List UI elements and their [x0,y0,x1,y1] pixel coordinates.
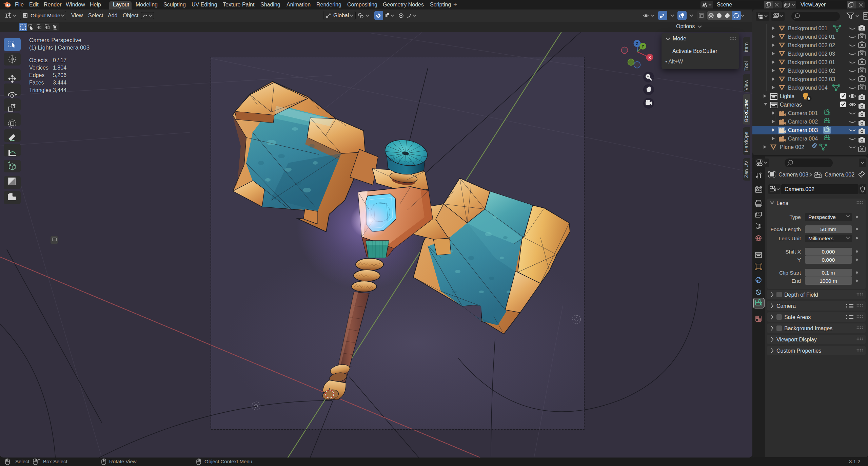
svg-text:Y: Y [642,44,644,49]
svg-text:0.000: 0.000 [822,257,835,263]
svg-text:Plane 002: Plane 002 [780,144,804,150]
svg-text:Camera 002: Camera 002 [788,119,818,125]
svg-text:50 mm: 50 mm [820,226,836,232]
svg-text:Depth of Field: Depth of Field [784,292,818,298]
svg-text:Z: Z [636,41,638,46]
svg-text:Y: Y [797,257,801,263]
svg-text:Shift X: Shift X [785,249,801,255]
svg-text:Camera 003: Camera 003 [778,172,808,178]
svg-text:Lens: Lens [776,200,788,206]
svg-text:0.1 m: 0.1 m [822,270,835,276]
svg-text:Custom Properties: Custom Properties [776,348,822,354]
svg-text:View: View [743,80,749,91]
svg-text:Focal Length: Focal Length [770,226,801,232]
svg-text:Type: Type [789,214,801,220]
svg-text:End: End [791,278,801,284]
svg-text:Camera 004: Camera 004 [788,136,818,142]
svg-text:Camera 001: Camera 001 [788,110,818,116]
svg-text:Camera 003: Camera 003 [788,127,818,133]
svg-text:Background 002 02: Background 002 02 [788,42,835,48]
svg-text:Camera.002: Camera.002 [785,186,814,192]
svg-text:5: 5 [808,96,810,101]
svg-text:Viewport Display: Viewport Display [776,337,817,342]
svg-text:Lights: Lights [780,93,794,99]
svg-text:Perspective: Perspective [808,214,836,220]
svg-text:Safe Areas: Safe Areas [784,314,811,320]
svg-text:Background 003 02: Background 003 02 [788,68,835,74]
svg-text:Cameras: Cameras [780,102,802,108]
svg-text:Item: Item [743,42,749,52]
svg-text:HardOps: HardOps [743,132,749,152]
svg-text:Clip Start: Clip Start [779,270,801,276]
svg-text:Tool: Tool [743,61,749,71]
svg-text:Lens Unit: Lens Unit [779,236,801,241]
svg-text:Camera: Camera [776,303,796,309]
svg-text:Background 002 01: Background 002 01 [788,34,835,40]
svg-text:Background 003 03: Background 003 03 [788,76,835,82]
svg-text:Millimeters: Millimeters [808,236,833,241]
svg-text:Background Images: Background Images [784,325,832,331]
svg-text:Background 002 03: Background 002 03 [788,51,835,57]
svg-text:Zen UV: Zen UV [743,161,749,178]
svg-text:X: X [648,55,651,60]
svg-text:1000 m: 1000 m [820,278,837,284]
svg-text:0.000: 0.000 [822,249,835,255]
svg-text:Background 001: Background 001 [788,25,828,31]
svg-text:Camera.002: Camera.002 [825,172,854,178]
svg-text:BoxCutter: BoxCutter [743,99,749,122]
svg-text:Background 003 01: Background 003 01 [788,59,835,65]
svg-text:Background 004: Background 004 [788,85,828,91]
